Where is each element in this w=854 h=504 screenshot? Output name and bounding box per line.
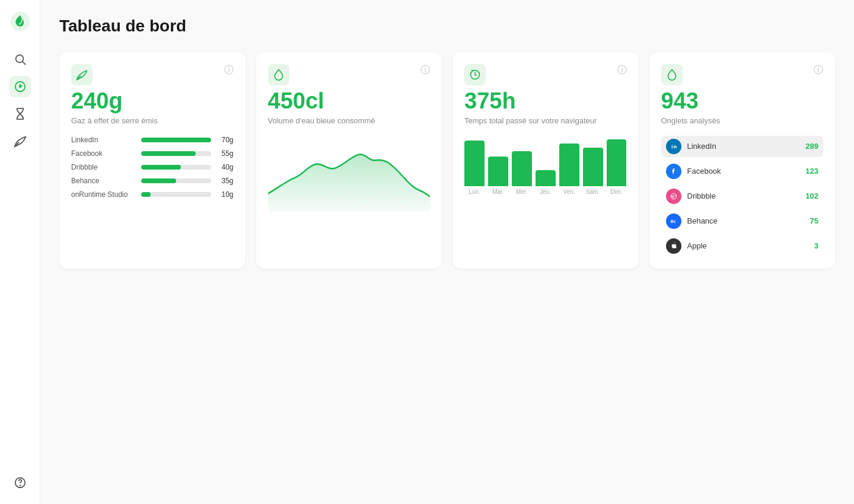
time-icon-box bbox=[464, 64, 486, 85]
bar-chart-bar bbox=[488, 157, 508, 186]
page-title: Tableau de bord bbox=[59, 17, 835, 36]
card-water-header: ⓘ bbox=[268, 64, 431, 85]
main-content: Tableau de bord ⓘ 240g Gaz à effet de se… bbox=[40, 0, 854, 504]
bar-track bbox=[141, 138, 211, 142]
sidebar-leaf-icon[interactable] bbox=[9, 130, 31, 152]
site-count: 3 bbox=[814, 241, 818, 250]
water-info-icon[interactable]: ⓘ bbox=[420, 64, 430, 76]
bar-name: Facebook bbox=[71, 149, 136, 158]
bar-chart-bar bbox=[512, 151, 532, 186]
svg-line-2 bbox=[23, 62, 26, 65]
bar-track bbox=[141, 165, 211, 170]
bar-value: 55g bbox=[216, 149, 234, 158]
site-logo: Be bbox=[666, 213, 681, 229]
card-emissions-header: ⓘ bbox=[71, 64, 234, 85]
emissions-bar-list: LinkedIn 70g Facebook 55g Dribbble 40g B… bbox=[71, 136, 234, 199]
emissions-label: Gaz à effet de serre émis bbox=[71, 116, 234, 125]
bar-chart-day-label: Jeu. bbox=[540, 189, 551, 195]
bar-chart-day-label: Mer. bbox=[516, 189, 527, 195]
tabs-info-icon[interactable]: ⓘ bbox=[814, 64, 823, 76]
emissions-icon-box bbox=[71, 64, 93, 85]
site-logo bbox=[666, 238, 681, 254]
time-label: Temps total passé sur votre navigateur bbox=[464, 116, 627, 125]
bar-row: Facebook 55g bbox=[71, 149, 234, 158]
bar-name: onRuntime Studio bbox=[71, 190, 136, 199]
site-list: LinkedIn 289 Facebook 123 Dribbble 102 B… bbox=[661, 136, 824, 257]
bar-row: Behance 35g bbox=[71, 177, 234, 185]
tabs-icon-box bbox=[661, 64, 683, 85]
time-info-icon[interactable]: ⓘ bbox=[617, 64, 627, 76]
site-logo bbox=[666, 139, 681, 154]
site-logo bbox=[666, 189, 681, 204]
emissions-value: 240g bbox=[71, 89, 234, 114]
sidebar-hourglass-icon[interactable] bbox=[9, 103, 31, 125]
bar-fill bbox=[141, 192, 151, 197]
sidebar-bottom bbox=[9, 472, 31, 493]
site-count: 123 bbox=[805, 167, 818, 176]
bar-row: Dribbble 40g bbox=[71, 163, 234, 171]
svg-rect-8 bbox=[670, 142, 677, 150]
svg-text:Be: Be bbox=[670, 219, 675, 223]
bar-chart-day-label: Sam. bbox=[586, 189, 600, 195]
cards-row: ⓘ 240g Gaz à effet de serre émis LinkedI… bbox=[59, 52, 835, 269]
card-tabs-header: ⓘ bbox=[661, 64, 824, 85]
bar-chart-day-label: Dim. bbox=[610, 189, 623, 195]
bar-chart-bar bbox=[583, 148, 603, 186]
svg-point-6 bbox=[20, 485, 20, 486]
bar-chart-col: Jeu. bbox=[536, 136, 556, 195]
sidebar bbox=[0, 0, 40, 504]
bar-fill bbox=[141, 138, 211, 142]
site-count: 289 bbox=[805, 142, 818, 151]
app-logo[interactable] bbox=[9, 11, 31, 32]
card-time-header: ⓘ bbox=[464, 64, 627, 85]
bar-chart-col: Ven. bbox=[559, 136, 579, 195]
site-name: Dribbble bbox=[687, 192, 800, 200]
site-logo bbox=[666, 164, 681, 179]
bar-value: 35g bbox=[216, 177, 234, 185]
site-row: LinkedIn 289 bbox=[661, 136, 824, 157]
water-value: 450cl bbox=[268, 89, 431, 114]
bar-fill bbox=[141, 165, 181, 170]
bar-value: 70g bbox=[216, 136, 234, 144]
emissions-info-icon[interactable]: ⓘ bbox=[224, 64, 234, 76]
bar-chart-bar bbox=[536, 170, 556, 186]
bar-name: LinkedIn bbox=[71, 136, 136, 144]
site-row: Facebook 123 bbox=[661, 161, 824, 182]
bar-track bbox=[141, 178, 211, 183]
water-label: Volume d'eau bleue consommé bbox=[268, 116, 431, 125]
bar-chart-day-label: Lun. bbox=[469, 189, 480, 195]
bar-row: onRuntime Studio 10g bbox=[71, 190, 234, 199]
bar-row: LinkedIn 70g bbox=[71, 136, 234, 144]
bar-chart-col: Sam. bbox=[583, 136, 603, 195]
site-count: 75 bbox=[810, 216, 818, 225]
bar-name: Behance bbox=[71, 177, 136, 185]
card-time: ⓘ 375h Temps total passé sur votre navig… bbox=[453, 52, 639, 269]
bar-chart-day-label: Mar. bbox=[492, 189, 504, 195]
bar-chart-col: Mer. bbox=[512, 136, 532, 195]
card-tabs: ⓘ 943 Onglets analysés LinkedIn 289 Face… bbox=[649, 52, 836, 269]
bar-value: 10g bbox=[216, 190, 234, 199]
tabs-value: 943 bbox=[661, 89, 824, 114]
site-row: Apple 3 bbox=[661, 235, 824, 257]
bar-value: 40g bbox=[216, 163, 234, 171]
card-water: ⓘ 450cl Volume d'eau bleue consommé bbox=[256, 52, 442, 269]
bar-chart-bar bbox=[464, 141, 485, 186]
bar-fill bbox=[141, 178, 176, 183]
time-value: 375h bbox=[464, 89, 627, 114]
sidebar-help-icon[interactable] bbox=[9, 472, 31, 493]
site-name: Apple bbox=[687, 241, 808, 250]
water-icon-box bbox=[268, 64, 289, 85]
site-row: Be Behance 75 bbox=[661, 210, 824, 232]
sidebar-dashboard-icon[interactable] bbox=[9, 76, 31, 97]
site-name: LinkedIn bbox=[687, 142, 800, 151]
bar-chart-col: Lun. bbox=[464, 136, 485, 195]
svg-point-1 bbox=[15, 55, 23, 63]
bar-name: Dribbble bbox=[71, 163, 136, 171]
card-emissions: ⓘ 240g Gaz à effet de serre émis LinkedI… bbox=[59, 52, 246, 269]
bar-chart-day-label: Ven. bbox=[563, 189, 575, 195]
svg-point-4 bbox=[19, 86, 21, 88]
sidebar-search-icon[interactable] bbox=[9, 49, 31, 70]
bar-chart-col: Dim. bbox=[607, 136, 627, 195]
site-row: Dribbble 102 bbox=[661, 186, 824, 207]
site-name: Behance bbox=[687, 216, 804, 225]
